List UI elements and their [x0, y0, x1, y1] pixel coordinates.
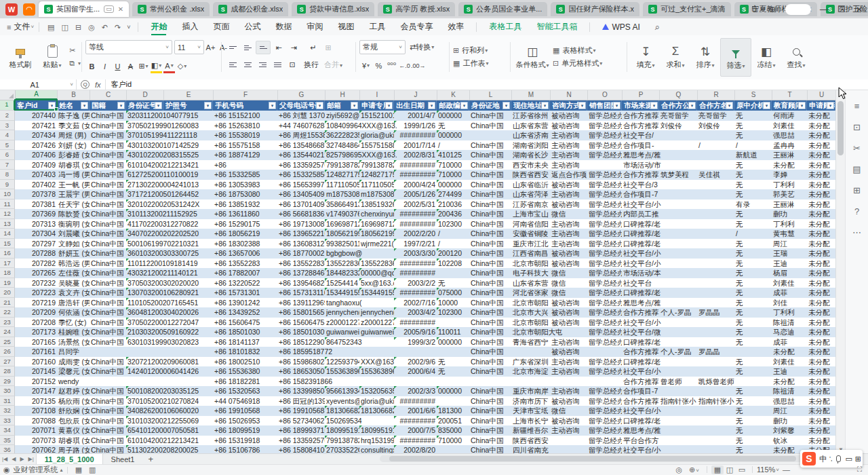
cell[interactable]: +86 15575158	[213, 140, 277, 151]
cell[interactable]: 180562199	[325, 229, 359, 239]
cell[interactable]	[359, 337, 394, 347]
cell[interactable]	[697, 366, 734, 377]
cell[interactable]: +86 15106786	[213, 445, 277, 453]
rows-cols-button[interactable]: ⊞行和列▾	[453, 44, 488, 57]
cell[interactable]: 340702200202202520	[126, 229, 163, 239]
cell[interactable]: 无	[734, 189, 772, 200]
cell[interactable]: 无	[437, 278, 469, 288]
cell[interactable]: 微信	[550, 406, 587, 416]
cell[interactable]	[697, 318, 734, 328]
row-number[interactable]: 35	[0, 436, 15, 446]
cell[interactable]: 丁利利	[772, 219, 807, 229]
cell[interactable]: +86 1877000215	[277, 248, 325, 259]
cell[interactable]: 000000	[437, 386, 469, 396]
cell[interactable]: #########	[394, 318, 437, 328]
cell[interactable]: 500108200203035125	[126, 386, 163, 396]
last-sheet-icon[interactable]: ▶|	[28, 456, 34, 462]
cell[interactable]: guiwanwei(	[359, 327, 394, 337]
cell[interactable]: 留学总经办	[587, 140, 622, 151]
filter-dropdown-icon[interactable]: ▾	[798, 102, 806, 109]
cell[interactable]: China中国	[469, 307, 511, 318]
cell[interactable]: +86 1580841000	[277, 445, 325, 453]
cell[interactable]: /	[437, 239, 469, 249]
cell[interactable]: 无	[734, 416, 772, 426]
header-cell[interactable]: 邮政编码▾	[437, 100, 469, 111]
cell[interactable]: 2000/7/5	[394, 425, 437, 436]
cell[interactable]: 合作方推荐	[622, 347, 659, 357]
cell[interactable]: 江苏省南京	[511, 200, 550, 210]
filter-dropdown-icon[interactable]: ▾	[650, 102, 658, 109]
cell[interactable]: 未分配	[807, 189, 835, 200]
cell[interactable]: #########	[394, 436, 437, 446]
menu-tab-数据[interactable]: 数据	[268, 18, 299, 35]
cell[interactable]: China中国	[90, 121, 126, 131]
cell[interactable]: China中国	[469, 259, 511, 269]
cell[interactable]: 周煜 (男)	[57, 130, 90, 140]
cell[interactable]: 社交平台/小	[622, 248, 659, 259]
cell[interactable]: jennychen(	[359, 307, 394, 318]
cell[interactable]: 山东省东营	[511, 121, 550, 131]
cell[interactable]: +86 1354866895	[277, 140, 325, 151]
cell[interactable]: 无	[734, 396, 772, 406]
cell[interactable]: 未分配	[807, 160, 835, 170]
cell[interactable]: 上海市宝山	[511, 209, 550, 219]
cell[interactable]: 桂婉唯 (女	[57, 327, 90, 337]
cell[interactable]: +86 1335925706	[277, 436, 325, 446]
cell[interactable]: +86 18101832	[213, 347, 277, 357]
cell[interactable]: China中国	[469, 239, 511, 249]
cell[interactable]: 西安市未央	[511, 160, 550, 170]
cell[interactable]: +86 1971300890	[277, 219, 325, 229]
cell[interactable]: 799138782	[325, 160, 359, 170]
cell[interactable]	[697, 189, 734, 200]
cell[interactable]: 000000	[437, 130, 469, 140]
row-number[interactable]: 36	[0, 445, 15, 453]
cell[interactable]: 社交平台/小	[622, 445, 659, 453]
cell[interactable]: 留学总经办	[587, 386, 622, 396]
cell[interactable]: 主动咨询	[550, 160, 587, 170]
row-number[interactable]: 33	[0, 416, 15, 426]
cell[interactable]: China中国	[90, 259, 126, 269]
cell[interactable]: China中国	[469, 366, 511, 377]
cell[interactable]: 胡睿琪 (女	[57, 436, 90, 446]
cell[interactable]: 未分配	[807, 298, 835, 308]
cell[interactable]: 110105200207165451	[126, 298, 163, 308]
column-header-C[interactable]: C	[90, 90, 127, 100]
cell[interactable]: 何依涵 (女	[57, 307, 90, 318]
cell[interactable]: 指南针张小	[697, 396, 734, 406]
cell[interactable]: 207108	[15, 406, 57, 416]
cell[interactable]: 雅思考点/雅	[622, 298, 659, 308]
cell[interactable]: +86 13657006	[213, 248, 277, 259]
search-icon[interactable]: Q	[81, 80, 90, 89]
justify-button[interactable]	[271, 58, 284, 71]
column-header-J[interactable]: J	[395, 90, 437, 100]
cell[interactable]	[659, 425, 697, 436]
cell[interactable]: 207313	[15, 219, 57, 229]
cell[interactable]: 主动咨询	[550, 337, 587, 347]
row-number[interactable]: 29	[0, 377, 15, 387]
cell[interactable]: 主动咨询	[550, 229, 587, 239]
cell[interactable]	[163, 377, 213, 387]
cell[interactable]: +86 56681836	[277, 209, 325, 219]
row-number[interactable]: 23	[0, 318, 15, 328]
cell[interactable]: 被动咨询	[550, 180, 587, 190]
cell[interactable]: +86 1598680231	[277, 357, 325, 367]
locate-icon[interactable]: ⊕˅	[689, 466, 699, 474]
cell[interactable]: 湖南省长沙	[511, 150, 550, 160]
cell[interactable]: 2005/9/16	[394, 327, 437, 337]
cell[interactable]: China中国	[90, 307, 126, 318]
cell[interactable]: 山东省菏泽	[511, 189, 550, 200]
cell[interactable]	[90, 377, 126, 387]
cell[interactable]: 未分配	[807, 416, 835, 426]
cell[interactable]: 207403	[15, 170, 57, 180]
row-number[interactable]: 10	[0, 189, 15, 200]
cell[interactable]: 27033522C	[325, 445, 359, 453]
header-cell[interactable]: 教育顾问▾	[772, 100, 807, 111]
cell[interactable]: 207208	[15, 318, 57, 328]
cell[interactable]: 无	[734, 425, 772, 436]
cell[interactable]: 返点合作项	[550, 170, 587, 180]
normal-view-button[interactable]: ▦	[711, 466, 724, 474]
cell[interactable]: 无	[734, 327, 772, 337]
cell[interactable]	[126, 347, 163, 357]
quick-access-caret-icon[interactable]: ˅	[127, 24, 130, 31]
panel-icon[interactable]: ≡	[854, 101, 860, 111]
